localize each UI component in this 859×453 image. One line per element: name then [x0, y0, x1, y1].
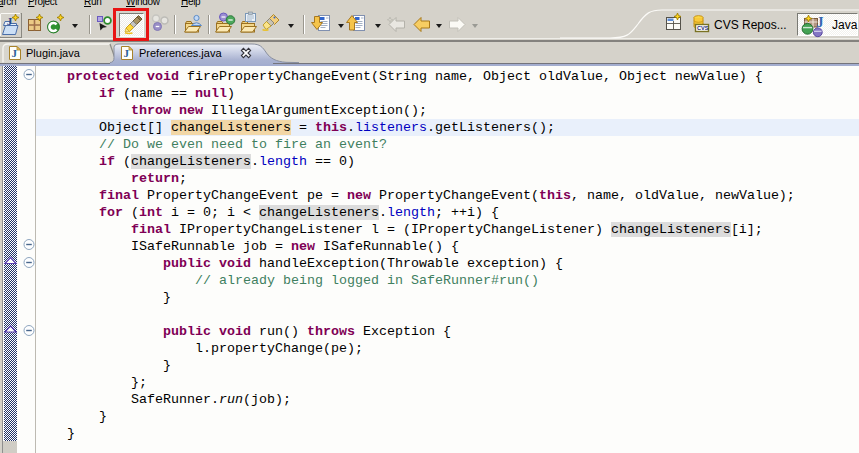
svg-text:J: J — [7, 15, 13, 27]
svg-text:J: J — [12, 47, 18, 59]
